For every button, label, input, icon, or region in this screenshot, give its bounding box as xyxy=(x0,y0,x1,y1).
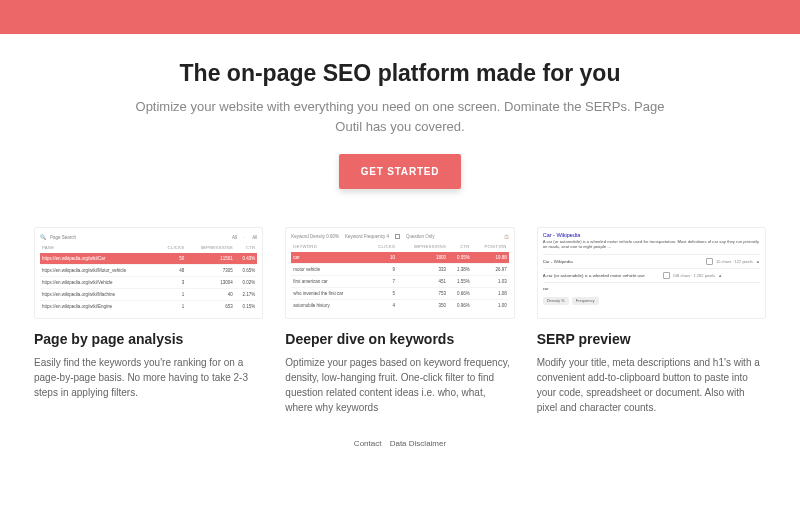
feature-keywords: Keyword Density 0.60% Keyword Frequency … xyxy=(285,227,514,415)
device-filter: All xyxy=(252,235,257,240)
feature-title-2: Deeper dive on keywords xyxy=(285,331,514,347)
copy-icon xyxy=(706,258,713,265)
chip-density: Keyword Density 0.60% xyxy=(291,234,339,239)
feature-serp: Car - Wikipedia A car (or automobile) is… xyxy=(537,227,766,415)
feature-desc-3: Modify your title, meta descriptions and… xyxy=(537,355,766,415)
feature-desc-2: Optimize your pages based on keyword fre… xyxy=(285,355,514,415)
col-clicks: CLICKS xyxy=(158,242,186,253)
table-row: first american car74511.55%1.03 xyxy=(291,276,508,288)
hero-subtitle: Optimize your website with everything yo… xyxy=(130,97,670,136)
col-ctr: CTR xyxy=(235,242,258,253)
table-row: https://en.wikipedia.org/wiki/Car5011501… xyxy=(40,253,257,265)
thumb-keywords: Keyword Density 0.60% Keyword Frequency … xyxy=(285,227,514,319)
table-row: who invented the first car57530.66%1.08 xyxy=(291,288,508,300)
top-bar xyxy=(0,0,800,34)
hero-section: The on-page SEO platform made for you Op… xyxy=(0,34,800,215)
table-row: https://en.wikipedia.org/wiki/Vehicle313… xyxy=(40,277,257,289)
thumb-serp: Car - Wikipedia A car (or automobile) is… xyxy=(537,227,766,319)
col-clicks2: CLICKS xyxy=(368,241,397,252)
col-ctr2: CTR xyxy=(448,241,472,252)
search-placeholder: Page Search xyxy=(50,235,76,240)
footer: Contact Data Disclaimer xyxy=(0,415,800,456)
keyword-table: KEYWORD CLICKS IMPRESSIONS CTR POSITION … xyxy=(291,241,508,311)
chip-question: Question Only xyxy=(406,234,435,239)
feature-desc-1: Easily find the keywords you're ranking … xyxy=(34,355,263,400)
search-icon: 🔍 xyxy=(40,234,46,240)
table-row: https://en.wikipedia.org/wiki/Machine140… xyxy=(40,289,257,301)
hero-title: The on-page SEO platform made for you xyxy=(70,60,730,87)
page-table: PAGE CLICKS IMPRESSIONS CTR https://en.w… xyxy=(40,242,257,312)
col-pos2: POSITION xyxy=(472,241,509,252)
table-row: motor vehicle93331.38%26.97 xyxy=(291,264,508,276)
serp-title: Car - Wikipedia xyxy=(543,232,760,238)
feature-page-analysis: 🔍 Page Search All · All PAGE CLICKS IMPR… xyxy=(34,227,263,415)
col-impr: IMPRESSIONS xyxy=(186,242,234,253)
serp-desc: A car (or automobile) is a wheeled motor… xyxy=(543,239,760,250)
serp-line2-label: A car (or automobile) is a wheeled motor… xyxy=(543,273,663,278)
feature-title-1: Page by page analysis xyxy=(34,331,263,347)
country-filter: All xyxy=(232,235,237,240)
get-started-button[interactable]: GET STARTED xyxy=(339,154,462,189)
serp-line2-meta: 158 chars · 1,202 pixels xyxy=(673,273,715,278)
col-kw: KEYWORD xyxy=(291,241,367,252)
footer-contact[interactable]: Contact xyxy=(351,439,385,448)
footer-disclaimer[interactable]: Data Disclaimer xyxy=(387,439,449,448)
table-row: https://en.wikipedia.org/wiki/Motor_vehi… xyxy=(40,265,257,277)
table-row: automobile history43500.96%1.00 xyxy=(291,300,508,312)
chip-frequency: Keyword Frequency 4 xyxy=(345,234,389,239)
thumb-page-analysis: 🔍 Page Search All · All PAGE CLICKS IMPR… xyxy=(34,227,263,319)
copy-icon xyxy=(663,272,670,279)
warning-icon: ▲ xyxy=(715,273,722,278)
chip-density: Density % xyxy=(543,297,569,305)
chip-frequency: Frequency xyxy=(572,297,599,305)
warning-icon: ▲ xyxy=(753,259,760,264)
col-page: PAGE xyxy=(40,242,158,253)
feature-title-3: SERP preview xyxy=(537,331,766,347)
serp-line1-meta: 15 chars · 122 pixels xyxy=(716,259,753,264)
table-row: car1018000.55%19.88 xyxy=(291,252,508,264)
chip-copy: 📋 xyxy=(504,234,509,239)
table-row: https://en.wikipedia.org/wiki/Engine1653… xyxy=(40,301,257,313)
serp-line3-label: car xyxy=(543,286,760,291)
col-impr2: IMPRESSIONS xyxy=(397,241,448,252)
checkbox-icon xyxy=(395,234,400,239)
features-section: 🔍 Page Search All · All PAGE CLICKS IMPR… xyxy=(0,215,800,415)
serp-line1-label: Car - Wikipedia xyxy=(543,259,706,264)
